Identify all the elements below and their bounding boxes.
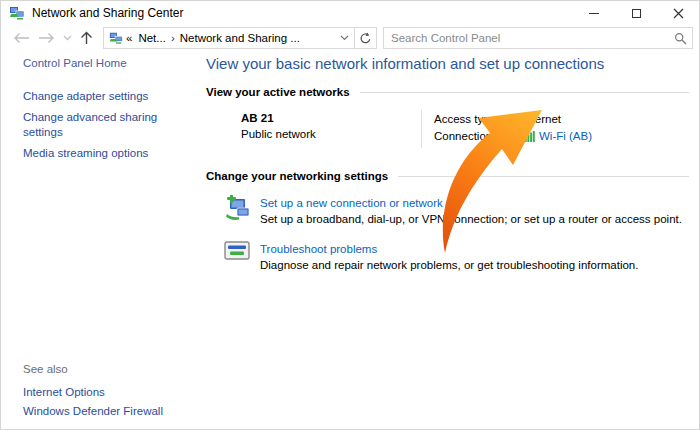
network-sharing-center-window: Network and Sharing Center bbox=[0, 0, 700, 430]
networking-settings-label: Change your networking settings bbox=[206, 170, 388, 182]
refresh-button[interactable] bbox=[355, 27, 377, 49]
back-button[interactable] bbox=[9, 27, 34, 49]
setup-connection-text: Set up a new connection or network Set u… bbox=[260, 195, 682, 228]
connections-line: Connections: W bbox=[434, 128, 654, 145]
troubleshoot-link[interactable]: Troubleshoot problems bbox=[260, 241, 638, 257]
troubleshoot-description: Diagnose and repair network problems, or… bbox=[260, 257, 638, 274]
toolbar: « Net... › Network and Sharing ... bbox=[1, 25, 699, 51]
up-button[interactable] bbox=[76, 27, 97, 49]
setup-connection-item: Set up a new connection or network Set u… bbox=[222, 195, 689, 228]
close-button[interactable] bbox=[657, 1, 699, 25]
up-arrow-icon bbox=[80, 31, 93, 45]
access-type-label: Access type: bbox=[434, 111, 522, 128]
search-input[interactable] bbox=[384, 32, 668, 44]
active-networks-section-header: View your active networks bbox=[206, 86, 689, 98]
search-icon bbox=[674, 32, 687, 45]
troubleshoot-item: Troubleshoot problems Diagnose and repai… bbox=[222, 241, 689, 274]
connections-label: Connections: bbox=[434, 128, 522, 145]
networking-settings-section: Change your networking settings bbox=[206, 170, 689, 274]
setup-connection-description: Set up a broadband, dial-up, or VPN conn… bbox=[260, 211, 682, 228]
new-connection-icon bbox=[222, 195, 252, 223]
breadcrumb-location-icon bbox=[109, 31, 123, 45]
breadcrumb-segment-current[interactable]: Network and Sharing ... bbox=[180, 32, 300, 44]
see-also-section: See also Internet Options Windows Defend… bbox=[23, 363, 163, 421]
troubleshoot-text: Troubleshoot problems Diagnose and repai… bbox=[260, 241, 638, 274]
network-identity: AB 21 Public network bbox=[241, 110, 421, 148]
window-controls bbox=[573, 1, 699, 25]
search-box bbox=[383, 27, 693, 49]
forward-arrow-icon bbox=[38, 32, 55, 44]
main-pane: View your basic network information and … bbox=[206, 51, 689, 274]
content-area: Control Panel Home Change adapter settin… bbox=[1, 51, 699, 429]
wifi-connection-label: Wi-Fi (AB) bbox=[539, 128, 592, 145]
networking-settings-section-header: Change your networking settings bbox=[206, 170, 689, 182]
page-title: View your basic network information and … bbox=[206, 55, 689, 72]
close-icon bbox=[673, 8, 684, 19]
recent-pages-button[interactable] bbox=[59, 27, 76, 49]
breadcrumb-separator: › bbox=[171, 32, 175, 44]
breadcrumb-collapse-chevron[interactable]: « bbox=[126, 32, 132, 44]
section-rule bbox=[360, 92, 689, 93]
network-profile: Public network bbox=[241, 126, 421, 142]
refresh-icon bbox=[359, 32, 372, 45]
address-dropdown-button[interactable] bbox=[340, 35, 349, 41]
network-details: Access type: Internet Connections: bbox=[421, 110, 654, 148]
sidebar-item-windows-defender-firewall[interactable]: Windows Defender Firewall bbox=[23, 402, 163, 421]
maximize-icon bbox=[632, 9, 641, 18]
network-app-icon bbox=[9, 5, 25, 21]
maximize-button[interactable] bbox=[615, 1, 657, 25]
sidebar-item-internet-options[interactable]: Internet Options bbox=[23, 383, 163, 402]
section-rule bbox=[398, 176, 689, 177]
search-button[interactable] bbox=[668, 32, 692, 45]
minimize-button[interactable] bbox=[573, 1, 615, 25]
sidebar-item-change-adapter-settings[interactable]: Change adapter settings bbox=[23, 89, 191, 104]
setup-connection-link[interactable]: Set up a new connection or network bbox=[260, 195, 682, 211]
chevron-down-icon bbox=[63, 35, 72, 41]
sidebar: Control Panel Home Change adapter settin… bbox=[23, 57, 191, 167]
network-name: AB 21 bbox=[241, 110, 421, 126]
address-bar[interactable]: « Net... › Network and Sharing ... bbox=[103, 27, 355, 49]
wifi-connection-link[interactable]: Wi-Fi (AB) bbox=[522, 128, 592, 145]
access-type-line: Access type: Internet bbox=[434, 111, 654, 128]
sidebar-item-media-streaming-options[interactable]: Media streaming options bbox=[23, 146, 191, 161]
sidebar-item-control-panel-home[interactable]: Control Panel Home bbox=[23, 57, 191, 69]
active-networks-label: View your active networks bbox=[206, 86, 350, 98]
see-also-label: See also bbox=[23, 363, 163, 375]
active-network-row: AB 21 Public network Access type: Intern… bbox=[241, 110, 689, 148]
titlebar: Network and Sharing Center bbox=[1, 1, 699, 25]
window-title: Network and Sharing Center bbox=[32, 6, 183, 20]
access-type-value: Internet bbox=[522, 111, 561, 128]
wifi-signal-icon bbox=[522, 131, 535, 142]
chevron-down-icon bbox=[340, 35, 349, 41]
minimize-icon bbox=[589, 13, 599, 14]
sidebar-item-change-advanced-sharing-settings[interactable]: Change advanced sharing settings bbox=[23, 110, 191, 140]
back-arrow-icon bbox=[13, 32, 30, 44]
troubleshoot-icon bbox=[222, 241, 252, 269]
forward-button[interactable] bbox=[34, 27, 59, 49]
breadcrumb-segment-network[interactable]: Net... bbox=[138, 32, 165, 44]
